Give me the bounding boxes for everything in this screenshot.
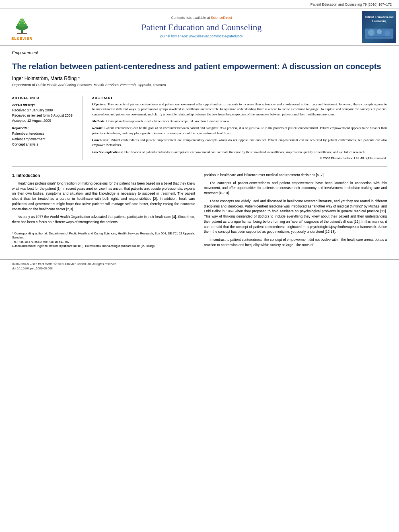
history-label: Article history: [12, 103, 76, 107]
conclusion-label: Conclusion: [92, 138, 109, 142]
abstract-methods: Methods: Concept analysis approach in wh… [92, 119, 387, 123]
elsevier-label: ELSEVIER [11, 37, 33, 41]
section-divider [12, 166, 387, 167]
objective-label: Objective: [92, 102, 106, 106]
objective-text: The concepts of patient-centeredness and… [92, 102, 387, 116]
footnote-email: E-mail addresses: inger.holmstrom@pubcar… [12, 244, 195, 249]
journal-header: ELSEVIER Contents lists available at Sci… [0, 8, 399, 46]
footnote-section: * Corresponding author at: Department of… [12, 229, 195, 249]
copyright-line: © 2009 Elsevier Ireland Ltd. All rights … [92, 156, 387, 160]
elsevier-tree-icon [11, 14, 33, 36]
svg-point-7 [24, 23, 25, 24]
practice-label: Practice implications: [92, 150, 123, 154]
affiliation: Department of Public Health and Caring S… [12, 83, 387, 87]
cover-decoration [365, 25, 393, 39]
received-date: Received 27 January 2009 [12, 108, 76, 113]
sciencedirect-link[interactable]: ScienceDirect [211, 16, 232, 20]
footer-issn: 0738-3991/$ – see front matter © 2009 El… [12, 262, 117, 266]
svg-point-6 [19, 23, 20, 25]
abstract-conclusion: Conclusion: Patient-centeredness and pat… [92, 138, 387, 148]
body-right-column: position in healthcare and influence ove… [204, 173, 387, 251]
results-text: Patient-centeredness can be the goal of … [92, 126, 387, 135]
elsevier-logo: ELSEVIER [11, 14, 33, 41]
main-content: Empowerment The relation between patient… [0, 46, 399, 255]
svg-rect-5 [17, 33, 27, 34]
journal-title-header: Patient Education and Counseling [142, 22, 262, 33]
journal-homepage: journal homepage: www.elsevier.com/locat… [160, 34, 243, 38]
page-container: Patient Education and Counseling 79 (201… [0, 0, 399, 532]
elsevier-logo-section: ELSEVIER [0, 8, 44, 45]
category-label: Empowerment [12, 51, 38, 56]
body-right-para-3: These concepts are widely used and discu… [204, 199, 387, 234]
revised-date: Received in revised form 6 August 2009 [12, 113, 76, 118]
abstract-practice: Practice implications: Clarification of … [92, 150, 387, 154]
abstract-results: Results: Patient-centeredness can be the… [92, 125, 387, 136]
page-footer: 0738-3991/$ – see front matter © 2009 El… [0, 259, 399, 273]
abstract-column: ABSTRACT Objective: The concepts of pati… [92, 96, 387, 160]
cover-title: Patient Education and Counseling [364, 15, 395, 23]
top-meta: Patient Education and Counseling 79 (201… [0, 0, 399, 8]
conclusion-text: Patient-centeredness and patient empower… [92, 138, 387, 147]
svg-point-9 [20, 20, 21, 21]
body-right-para-2: The concepts of patient-centeredness and… [204, 181, 387, 196]
keywords-label: Keywords: [12, 126, 76, 130]
article-info-abstract-section: ARTICLE INFO Article history: Received 2… [12, 92, 387, 160]
svg-point-10 [23, 21, 24, 21]
footer-left: 0738-3991/$ – see front matter © 2009 El… [12, 262, 117, 270]
footnote-tel: Tel.: +46 18 471 6562; fax: +46 18 511 6… [12, 240, 195, 244]
footer-doi: doi:10.1016/j.pec.2009.08.008 [12, 267, 117, 270]
body-para-2: As early as 1977 the World Health Organi… [12, 214, 195, 225]
authors: Inger Holmström, Marta Röing * [12, 76, 387, 81]
contents-line: Contents lists available at ScienceDirec… [171, 16, 232, 20]
section-1-heading: 1. Introduction [12, 173, 195, 179]
keyword-3: Concept analysis [12, 142, 76, 148]
body-two-columns: 1. Introduction Healthcare professionals… [12, 173, 387, 251]
journal-reference: Patient Education and Counseling 79 (201… [311, 2, 392, 6]
practice-text: Clarification of patient-centeredness an… [124, 150, 365, 154]
body-right-para-1: position in healthcare and influence ove… [204, 173, 387, 178]
body-right-para-4: In contrast to patient-centeredness, the… [204, 237, 387, 248]
methods-text: Concept analysis approach in which the c… [106, 119, 230, 123]
body-left-column: 1. Introduction Healthcare professionals… [12, 173, 195, 251]
journal-cover-image: Patient Education and Counseling [362, 11, 396, 43]
svg-point-8 [21, 18, 23, 19]
methods-label: Methods: [92, 119, 105, 123]
svg-point-12 [368, 29, 374, 36]
svg-point-13 [377, 29, 382, 34]
svg-point-14 [385, 31, 390, 36]
article-title: The relation between patient-centerednes… [12, 61, 387, 72]
article-info-column: ARTICLE INFO Article history: Received 2… [12, 96, 82, 160]
abstract-objective: Objective: The concepts of patient-cente… [92, 102, 387, 117]
accepted-date: Accepted 12 August 2009 [12, 118, 76, 123]
journal-cover-section: Patient Education and Counseling [359, 8, 399, 45]
svg-rect-15 [367, 36, 391, 37]
abstract-label: ABSTRACT [92, 96, 387, 100]
footnote-corresponding: * Corresponding author at: Department of… [12, 232, 195, 240]
keyword-2: Patient empowerment [12, 137, 76, 142]
results-label: Results: [92, 126, 103, 130]
keyword-1: Patient-centeredness [12, 131, 76, 137]
article-info-label: ARTICLE INFO [12, 96, 76, 100]
body-para-1: Healthcare professionals' long tradition… [12, 181, 195, 212]
journal-header-center: Contents lists available at ScienceDirec… [44, 8, 359, 45]
